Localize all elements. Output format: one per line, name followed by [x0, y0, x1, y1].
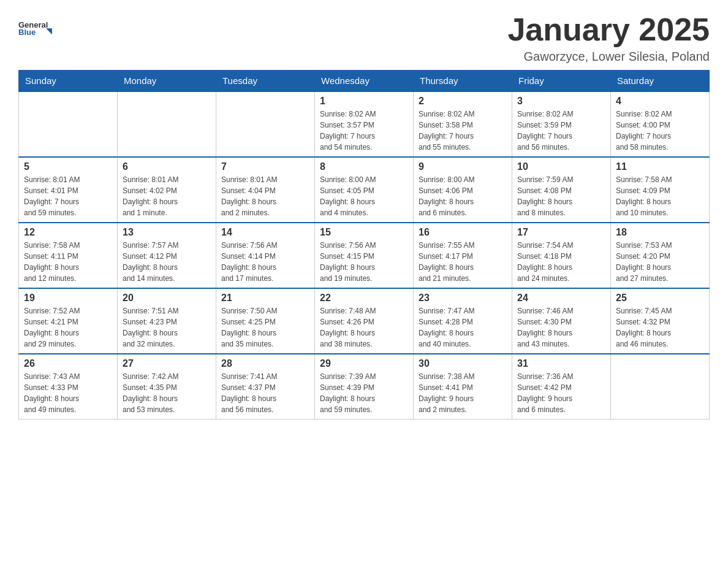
- day-number: 14: [221, 227, 309, 238]
- day-cell: [118, 91, 216, 157]
- header-monday: Monday: [118, 71, 216, 92]
- header-tuesday: Tuesday: [216, 71, 315, 92]
- day-info: Sunrise: 7:51 AM Sunset: 4:23 PM Dayligh…: [123, 305, 211, 350]
- day-cell: 7Sunrise: 8:01 AM Sunset: 4:04 PM Daylig…: [216, 157, 315, 223]
- day-cell: [19, 91, 118, 157]
- day-info: Sunrise: 8:02 AM Sunset: 3:59 PM Dayligh…: [517, 109, 605, 153]
- week-row-1: 1Sunrise: 8:02 AM Sunset: 3:57 PM Daylig…: [19, 91, 710, 157]
- day-cell: 9Sunrise: 8:00 AM Sunset: 4:06 PM Daylig…: [414, 157, 512, 223]
- day-number: 11: [616, 161, 704, 172]
- day-cell: 26Sunrise: 7:43 AM Sunset: 4:33 PM Dayli…: [19, 354, 118, 419]
- day-cell: 30Sunrise: 7:38 AM Sunset: 4:41 PM Dayli…: [414, 354, 512, 419]
- day-info: Sunrise: 7:48 AM Sunset: 4:26 PM Dayligh…: [320, 305, 408, 350]
- header-wednesday: Wednesday: [315, 71, 414, 92]
- day-cell: 20Sunrise: 7:51 AM Sunset: 4:23 PM Dayli…: [118, 288, 216, 354]
- day-number: 31: [517, 358, 605, 369]
- day-number: 6: [123, 161, 211, 172]
- day-number: 30: [419, 358, 507, 369]
- header-thursday: Thursday: [414, 71, 512, 92]
- day-cell: 15Sunrise: 7:56 AM Sunset: 4:15 PM Dayli…: [315, 223, 414, 288]
- day-info: Sunrise: 7:41 AM Sunset: 4:37 PM Dayligh…: [221, 371, 309, 415]
- day-number: 20: [123, 293, 211, 304]
- day-info: Sunrise: 8:01 AM Sunset: 4:02 PM Dayligh…: [123, 174, 211, 218]
- day-cell: 19Sunrise: 7:52 AM Sunset: 4:21 PM Dayli…: [19, 288, 118, 354]
- day-info: Sunrise: 8:01 AM Sunset: 4:01 PM Dayligh…: [24, 174, 112, 218]
- day-info: Sunrise: 7:50 AM Sunset: 4:25 PM Dayligh…: [221, 305, 309, 350]
- day-cell: 27Sunrise: 7:42 AM Sunset: 4:35 PM Dayli…: [118, 354, 216, 419]
- day-info: Sunrise: 7:46 AM Sunset: 4:30 PM Dayligh…: [517, 305, 605, 350]
- day-cell: 3Sunrise: 8:02 AM Sunset: 3:59 PM Daylig…: [512, 91, 611, 157]
- day-info: Sunrise: 7:38 AM Sunset: 4:41 PM Dayligh…: [419, 371, 507, 415]
- day-number: 5: [24, 161, 112, 172]
- day-info: Sunrise: 7:58 AM Sunset: 4:11 PM Dayligh…: [24, 240, 112, 284]
- day-info: Sunrise: 7:53 AM Sunset: 4:20 PM Dayligh…: [616, 240, 704, 284]
- day-number: 22: [320, 293, 408, 304]
- day-number: 4: [616, 96, 704, 107]
- day-info: Sunrise: 7:52 AM Sunset: 4:21 PM Dayligh…: [24, 305, 112, 350]
- day-cell: 31Sunrise: 7:36 AM Sunset: 4:42 PM Dayli…: [512, 354, 611, 419]
- day-info: Sunrise: 8:02 AM Sunset: 3:58 PM Dayligh…: [419, 109, 507, 153]
- day-number: 25: [616, 293, 704, 304]
- day-number: 16: [419, 227, 507, 238]
- svg-text:Blue: Blue: [18, 28, 36, 37]
- week-row-3: 12Sunrise: 7:58 AM Sunset: 4:11 PM Dayli…: [19, 223, 710, 288]
- day-number: 3: [517, 96, 605, 107]
- day-cell: 16Sunrise: 7:55 AM Sunset: 4:17 PM Dayli…: [414, 223, 512, 288]
- week-row-4: 19Sunrise: 7:52 AM Sunset: 4:21 PM Dayli…: [19, 288, 710, 354]
- day-cell: 12Sunrise: 7:58 AM Sunset: 4:11 PM Dayli…: [19, 223, 118, 288]
- day-number: 24: [517, 293, 605, 304]
- day-number: 28: [221, 358, 309, 369]
- day-info: Sunrise: 7:45 AM Sunset: 4:32 PM Dayligh…: [616, 305, 704, 350]
- day-info: Sunrise: 7:56 AM Sunset: 4:14 PM Dayligh…: [221, 240, 309, 284]
- day-info: Sunrise: 8:01 AM Sunset: 4:04 PM Dayligh…: [221, 174, 309, 218]
- day-info: Sunrise: 7:47 AM Sunset: 4:28 PM Dayligh…: [419, 305, 507, 350]
- day-info: Sunrise: 7:36 AM Sunset: 4:42 PM Dayligh…: [517, 371, 605, 415]
- day-info: Sunrise: 7:42 AM Sunset: 4:35 PM Dayligh…: [123, 371, 211, 415]
- day-number: 9: [419, 161, 507, 172]
- day-cell: 13Sunrise: 7:57 AM Sunset: 4:12 PM Dayli…: [118, 223, 216, 288]
- header-saturday: Saturday: [611, 71, 710, 92]
- day-number: 12: [24, 227, 112, 238]
- logo-icon: General Blue: [18, 12, 55, 43]
- day-info: Sunrise: 7:55 AM Sunset: 4:17 PM Dayligh…: [419, 240, 507, 284]
- day-number: 18: [616, 227, 704, 238]
- svg-marker-1: [46, 28, 52, 34]
- day-cell: 1Sunrise: 8:02 AM Sunset: 3:57 PM Daylig…: [315, 91, 414, 157]
- day-number: 17: [517, 227, 605, 238]
- day-info: Sunrise: 8:00 AM Sunset: 4:06 PM Dayligh…: [419, 174, 507, 218]
- week-row-5: 26Sunrise: 7:43 AM Sunset: 4:33 PM Dayli…: [19, 354, 710, 419]
- day-number: 29: [320, 358, 408, 369]
- header-friday: Friday: [512, 71, 611, 92]
- logo: General Blue: [18, 12, 55, 43]
- day-number: 13: [123, 227, 211, 238]
- day-number: 1: [320, 96, 408, 107]
- day-info: Sunrise: 7:57 AM Sunset: 4:12 PM Dayligh…: [123, 240, 211, 284]
- calendar-location: Gaworzyce, Lower Silesia, Poland: [507, 50, 710, 64]
- calendar-title: January 2025: [507, 12, 710, 47]
- day-info: Sunrise: 7:54 AM Sunset: 4:18 PM Dayligh…: [517, 240, 605, 284]
- day-number: 15: [320, 227, 408, 238]
- day-cell: 2Sunrise: 8:02 AM Sunset: 3:58 PM Daylig…: [414, 91, 512, 157]
- day-number: 7: [221, 161, 309, 172]
- day-number: 8: [320, 161, 408, 172]
- day-cell: 21Sunrise: 7:50 AM Sunset: 4:25 PM Dayli…: [216, 288, 315, 354]
- day-cell: [216, 91, 315, 157]
- day-info: Sunrise: 7:43 AM Sunset: 4:33 PM Dayligh…: [24, 371, 112, 415]
- day-cell: 5Sunrise: 8:01 AM Sunset: 4:01 PM Daylig…: [19, 157, 118, 223]
- day-cell: 11Sunrise: 7:58 AM Sunset: 4:09 PM Dayli…: [611, 157, 710, 223]
- day-info: Sunrise: 8:02 AM Sunset: 4:00 PM Dayligh…: [616, 109, 704, 153]
- day-cell: 24Sunrise: 7:46 AM Sunset: 4:30 PM Dayli…: [512, 288, 611, 354]
- day-number: 23: [419, 293, 507, 304]
- title-block: January 2025 Gaworzyce, Lower Silesia, P…: [507, 12, 710, 64]
- day-cell: 28Sunrise: 7:41 AM Sunset: 4:37 PM Dayli…: [216, 354, 315, 419]
- day-cell: [611, 354, 710, 419]
- day-info: Sunrise: 7:56 AM Sunset: 4:15 PM Dayligh…: [320, 240, 408, 284]
- day-number: 27: [123, 358, 211, 369]
- day-cell: 4Sunrise: 8:02 AM Sunset: 4:00 PM Daylig…: [611, 91, 710, 157]
- day-info: Sunrise: 7:39 AM Sunset: 4:39 PM Dayligh…: [320, 371, 408, 415]
- day-cell: 23Sunrise: 7:47 AM Sunset: 4:28 PM Dayli…: [414, 288, 512, 354]
- day-info: Sunrise: 8:00 AM Sunset: 4:05 PM Dayligh…: [320, 174, 408, 218]
- day-number: 21: [221, 293, 309, 304]
- page-header: General Blue January 2025 Gaworzyce, Low…: [18, 12, 710, 64]
- header-sunday: Sunday: [19, 71, 118, 92]
